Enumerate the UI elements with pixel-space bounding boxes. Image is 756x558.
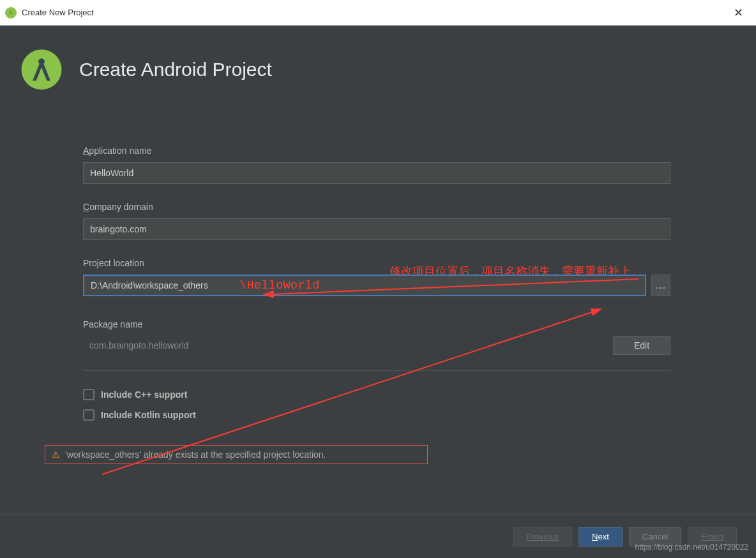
svg-point-2 <box>38 59 45 65</box>
android-studio-logo <box>19 47 64 92</box>
divider <box>83 370 670 371</box>
wizard-footer: Previous Next Cancel Finish https://blog… <box>0 515 756 558</box>
kotlin-label: Include Kotlin support <box>101 410 196 420</box>
company-input[interactable] <box>83 218 670 240</box>
package-group: Package name com.braingoto.helloworld Ed… <box>83 319 673 371</box>
location-input[interactable] <box>83 275 646 296</box>
kotlin-checkbox[interactable] <box>83 409 94 421</box>
warning-icon: ⚠ <box>52 449 60 460</box>
appname-label: Application name <box>83 146 673 156</box>
svg-point-0 <box>8 10 14 16</box>
wizard-title: Create Android Project <box>79 59 272 80</box>
location-group: Project location \HelloWorld ... <box>83 258 673 296</box>
warning-text: 'workspace_others' already exists at the… <box>65 449 326 460</box>
window-title: Create New Project <box>22 8 725 17</box>
appname-input[interactable] <box>83 162 670 184</box>
watermark: https://blog.csdn.net/u014720022 <box>635 543 748 552</box>
previous-button: Previous <box>513 527 573 547</box>
appname-group: Application name <box>83 146 673 184</box>
next-button[interactable]: Next <box>578 527 623 547</box>
svg-point-1 <box>22 50 62 90</box>
android-studio-icon <box>5 7 17 19</box>
package-label: Package name <box>83 319 673 329</box>
package-value: com.braingoto.helloworld <box>83 340 613 351</box>
close-icon[interactable]: ✕ <box>725 6 751 20</box>
browse-button[interactable]: ... <box>651 275 670 296</box>
warning-box: ⚠ 'workspace_others' already exists at t… <box>45 445 428 464</box>
cpp-checkbox[interactable] <box>83 389 94 400</box>
kotlin-checkbox-row[interactable]: Include Kotlin support <box>83 409 673 421</box>
wizard-header: Create Android Project <box>0 26 756 114</box>
cpp-checkbox-row[interactable]: Include C++ support <box>83 389 673 400</box>
company-label: Company domain <box>83 202 673 212</box>
company-group: Company domain <box>83 202 673 240</box>
titlebar: Create New Project ✕ <box>0 0 756 26</box>
cpp-label: Include C++ support <box>101 389 187 400</box>
location-label: Project location <box>83 258 673 268</box>
edit-button[interactable]: Edit <box>613 336 670 355</box>
wizard-body: Application name Company domain 修改项目位置后，… <box>0 114 756 515</box>
